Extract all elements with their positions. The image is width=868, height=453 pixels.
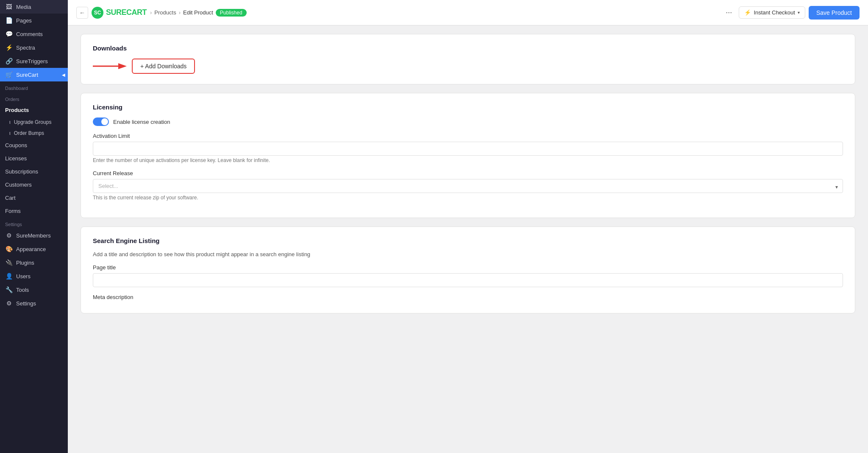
sidebar-item-spectra[interactable]: ⚡ Spectra [0, 41, 68, 54]
seo-title: Search Engine Listing [93, 237, 843, 244]
meta-description-label: Meta description [93, 294, 843, 300]
activation-limit-hint: Enter the number of unique activations p… [93, 157, 843, 163]
sidebar-item-licenses[interactable]: Licenses [0, 152, 68, 165]
products-label: Products [5, 107, 29, 113]
suretriggers-icon: 🔗 [5, 58, 13, 64]
users-icon: 👤 [5, 273, 13, 280]
sidebar-item-settings[interactable]: ⚙ Settings [0, 296, 68, 310]
licensing-card: Licensing Enable license creation Activa… [81, 93, 855, 218]
sidebar-item-label: Spectra [16, 45, 35, 51]
media-icon: 🖼 [5, 3, 13, 10]
logo: SC sureCART [92, 7, 147, 19]
settings-icon: ⚙ [5, 300, 13, 307]
appearance-icon: 🎨 [5, 246, 13, 252]
arrow-indicator [93, 60, 127, 73]
page-title-input[interactable] [93, 273, 843, 287]
main-content: Downloads + Add Downloads Licensing Enab… [68, 25, 868, 453]
sidebar-item-suremembers[interactable]: ⚙ SureMembers [0, 229, 68, 242]
sidebar-item-label: Comments [16, 31, 43, 37]
lightning-icon: ⚡ [744, 9, 751, 16]
activation-limit-label: Activation Limit [93, 133, 843, 139]
seo-description: Add a title and description to see how t… [93, 251, 843, 257]
sidebar-item-cart[interactable]: Cart [0, 191, 68, 204]
sidebar-item-label: SureCart [16, 72, 38, 78]
sidebar-item-suretriggers[interactable]: 🔗 SureTriggers [0, 54, 68, 68]
instant-checkout-label: Instant Checkout [754, 9, 795, 16]
sidebar-item-surecart[interactable]: 🛒 SureCart ◀ [0, 68, 68, 81]
sidebar-item-tools[interactable]: 🔧 Tools [0, 283, 68, 296]
settings-label: Settings [0, 218, 68, 229]
sidebar-item-products[interactable]: Products [0, 103, 68, 117]
dashboard-section: Dashboard [0, 81, 68, 92]
sidebar: 🖼 Media 📄 Pages 💬 Comments ⚡ Spectra 🔗 S… [0, 0, 68, 453]
breadcrumb-sep2: › [179, 9, 181, 16]
licensing-title: Licensing [93, 103, 843, 111]
sidebar-item-subscriptions[interactable]: Subscriptions [0, 165, 68, 178]
sidebar-item-label: Pages [16, 17, 32, 24]
enable-license-toggle[interactable] [93, 117, 109, 126]
enable-license-label: Enable license creation [113, 119, 170, 125]
sidebar-item-comments[interactable]: 💬 Comments [0, 27, 68, 41]
save-product-button[interactable]: Save Product [809, 6, 860, 20]
surecart-icon: 🛒 [5, 71, 13, 78]
back-icon: ← [79, 9, 85, 16]
instant-checkout-button[interactable]: ⚡ Instant Checkout ▾ [739, 6, 805, 19]
activation-limit-input[interactable] [93, 142, 843, 156]
breadcrumb: › Products › Edit Product Published [150, 9, 247, 17]
suremembers-icon: ⚙ [5, 232, 13, 239]
plugins-icon: 🔌 [5, 259, 13, 266]
logo-sure: sure [106, 8, 126, 17]
sidebar-item-forms[interactable]: Forms [0, 204, 68, 218]
sidebar-item-upgrade-groups[interactable]: ι Upgrade Groups [0, 117, 68, 128]
add-downloads-row: + Add Downloads [93, 59, 843, 74]
upgrade-groups-label: ι [9, 119, 11, 125]
page-title-label: Page title [93, 264, 843, 271]
breadcrumb-products[interactable]: Products [154, 9, 176, 16]
main-wrapper: ← SC sureCART › Products › Edit Product … [68, 0, 868, 453]
logo-icon: SC [92, 7, 103, 19]
current-release-wrapper: Select... ▾ [93, 179, 843, 195]
enable-license-row: Enable license creation [93, 117, 843, 126]
spectra-icon: ⚡ [5, 44, 13, 51]
comments-icon: 💬 [5, 31, 13, 37]
breadcrumb-sep1: › [150, 9, 152, 16]
current-release-label: Current Release [93, 170, 843, 176]
sidebar-item-appearance[interactable]: 🎨 Appearance [0, 242, 68, 256]
sidebar-item-pages[interactable]: 📄 Pages [0, 14, 68, 27]
sidebar-item-customers[interactable]: Customers [0, 178, 68, 191]
sidebar-item-media[interactable]: 🖼 Media [0, 0, 68, 14]
sidebar-item-label: SureTriggers [16, 58, 48, 64]
sidebar-item-users[interactable]: 👤 Users [0, 269, 68, 283]
topbar: ← SC sureCART › Products › Edit Product … [68, 0, 868, 25]
downloads-title: Downloads [93, 45, 843, 52]
pages-icon: 📄 [5, 17, 13, 24]
order-bumps-label: ι [9, 130, 11, 136]
logo-cart: CART [126, 8, 147, 17]
status-badge: Published [216, 9, 247, 17]
breadcrumb-edit-product: Edit Product [183, 9, 213, 16]
sidebar-item-coupons[interactable]: Coupons [0, 139, 68, 152]
red-arrow-svg [93, 60, 127, 73]
back-button[interactable]: ← [76, 7, 88, 19]
current-release-select[interactable]: Select... [93, 179, 843, 193]
logo-text: sureCART [106, 8, 147, 17]
more-options-button[interactable]: ··· [722, 6, 735, 19]
orders-label: Orders [0, 92, 68, 103]
tools-icon: 🔧 [5, 286, 13, 293]
sidebar-item-order-bumps[interactable]: ι Order Bumps [0, 128, 68, 139]
downloads-card: Downloads + Add Downloads [81, 34, 855, 84]
sidebar-item-label: Media [16, 4, 31, 10]
current-release-hint: This is the current release zip of your … [93, 195, 843, 201]
sidebar-item-plugins[interactable]: 🔌 Plugins [0, 256, 68, 269]
chevron-down-icon: ▾ [798, 10, 800, 15]
seo-card: Search Engine Listing Add a title and de… [81, 226, 855, 313]
add-downloads-button[interactable]: + Add Downloads [132, 59, 195, 74]
sidebar-arrow-icon: ◀ [62, 73, 65, 77]
svg-marker-1 [118, 63, 127, 69]
